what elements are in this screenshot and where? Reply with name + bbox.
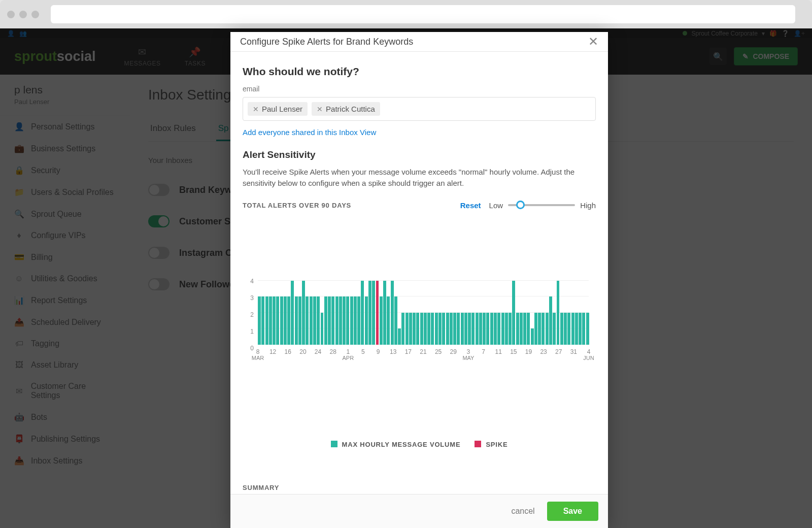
volume-bar [313,296,316,345]
chart-legend: MAX HOURLY MESSAGE VOLUME SPIKE [243,441,596,448]
email-chip[interactable]: ✕ Patrick Cuttica [312,102,380,116]
volume-bar [287,296,290,345]
volume-bar [571,313,574,345]
volume-bar [324,296,327,345]
x-axis: 8MAR12162024281APR5913172125293MAY711151… [258,349,589,363]
email-label: email [243,85,596,93]
x-tick: 31 [570,349,577,355]
volume-bar [494,313,497,345]
email-chip-input[interactable]: ✕ Paul Lenser✕ Patrick Cuttica [243,97,596,121]
volume-bar [401,313,404,345]
volume-bar [534,313,537,345]
notify-heading: Who should we notify? [243,65,596,78]
x-tick: 17 [405,349,412,355]
legend-volume: MAX HOURLY MESSAGE VOLUME [331,441,461,448]
x-tick: 5 [361,349,365,355]
reset-link[interactable]: Reset [460,201,481,210]
volume-bar [261,296,264,345]
x-tick: 23 [540,349,547,355]
sensitivity-slider[interactable] [508,204,575,206]
chip-remove-icon[interactable]: ✕ [317,105,323,113]
modal-title: Configure Spike Alerts for Brand Keyword… [240,37,413,47]
y-tick: 1 [250,328,254,335]
volume-bar [357,296,360,345]
sensitivity-desc: You'll receive Spike Alerts when your me… [243,167,596,189]
volume-bar [284,296,287,345]
volume-bar [512,281,515,345]
volume-bar [549,296,552,345]
slider-thumb[interactable] [516,201,525,209]
volume-bar [542,313,545,345]
add-everyone-link[interactable]: Add everyone shared in this Inbox View [243,128,376,137]
volume-bar [509,313,512,345]
cancel-button[interactable]: cancel [511,507,534,516]
volume-bar [553,313,556,345]
chip-remove-icon[interactable]: ✕ [253,105,259,113]
volume-bar [302,281,305,345]
volume-bar [276,296,279,345]
volume-bar [280,296,283,345]
traffic-min[interactable] [19,11,27,18]
volume-bar [501,313,504,345]
volume-bar [557,281,560,345]
low-label: Low [489,201,503,210]
y-tick: 2 [250,311,254,318]
modal-body: Who should we notify? email ✕ Paul Lense… [230,52,608,494]
volume-bar [409,313,412,345]
close-icon[interactable]: ✕ [588,35,598,49]
volume-bar [442,313,445,345]
volume-bar [339,296,342,345]
x-tick: 11 [495,349,501,355]
save-button[interactable]: Save [547,502,598,521]
volume-bar [531,328,534,345]
volume-bar [368,281,371,345]
browser-chrome [0,0,812,28]
volume-bar [582,313,585,345]
volume-bar [380,296,383,345]
volume-bar [321,313,324,345]
volume-bar [420,313,423,345]
volume-bar [457,313,460,345]
volume-bar [354,296,357,345]
volume-bar [505,313,508,345]
volume-bar [471,313,475,345]
x-tick: 24 [315,349,321,355]
volume-bar [431,313,434,345]
x-tick: 20 [299,349,306,355]
volume-bar [295,296,298,345]
x-tick: 7 [482,349,485,355]
volume-bar [546,313,549,345]
volume-bar [273,296,276,345]
volume-bar [527,313,530,345]
x-tick: 19 [525,349,532,355]
url-bar[interactable] [51,5,795,23]
volume-bar [579,313,582,345]
x-tick: 4JUN [583,349,594,361]
x-tick: 13 [390,349,396,355]
volume-bar [564,313,567,345]
window-controls [7,11,39,18]
x-tick: 15 [510,349,517,355]
x-tick: 29 [450,349,457,355]
volume-bar [365,296,368,345]
modal-footer: cancel Save [230,494,608,528]
email-chip[interactable]: ✕ Paul Lenser [248,102,308,116]
volume-bar [438,313,442,345]
volume-bar [538,313,541,345]
volume-bar [387,296,390,345]
volume-bar [350,296,353,345]
volume-bar [483,313,486,345]
traffic-close[interactable] [7,11,15,18]
volume-bar [464,313,467,345]
summary-label: SUMMARY [243,484,596,491]
volume-bar [394,296,397,345]
traffic-max[interactable] [31,11,39,18]
x-tick: 25 [435,349,442,355]
volume-bar [398,328,401,345]
chart-plot [258,281,589,345]
volume-bar [306,296,309,345]
volume-bar [479,313,482,345]
volume-bar [435,313,438,345]
sensitivity-row: TOTAL ALERTS OVER 90 DAYS Reset Low High [243,201,596,210]
volume-bar [586,313,589,345]
